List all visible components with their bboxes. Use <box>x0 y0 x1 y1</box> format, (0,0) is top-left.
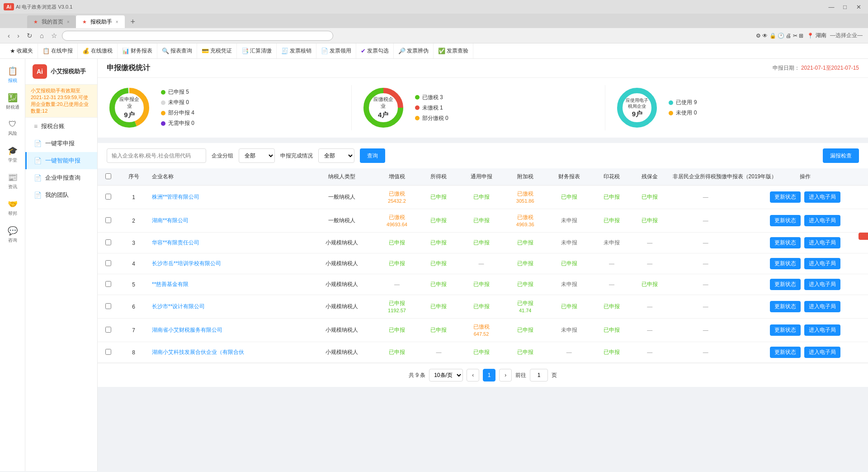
enter-etax-button[interactable]: 进入电子局 <box>804 237 840 248</box>
nav-forward-button[interactable]: › <box>15 31 22 40</box>
nav-invoice-fake[interactable]: 🔎 发票辨伪 <box>394 43 434 59</box>
update-status-button[interactable]: 更新状态 <box>770 347 801 358</box>
tab-add-button[interactable]: + <box>127 15 139 28</box>
row-surcharge: 已申报 <box>505 253 545 274</box>
update-status-button[interactable]: 更新状态 <box>770 215 801 226</box>
chart-should-pay: 应缴税企业 4户 已缴税 3 未缴税 1 部分缴税 0 <box>352 85 606 130</box>
update-status-button[interactable]: 更新状态 <box>770 301 801 312</box>
maximize-button[interactable]: □ <box>839 1 851 13</box>
nav-invoice-claim[interactable]: 📄 发票领用 <box>316 43 356 59</box>
row-check[interactable] <box>98 233 119 253</box>
nav-online-declare[interactable]: 📋 在线申报 <box>38 43 78 59</box>
row-check[interactable] <box>98 319 119 342</box>
one-click-label: 一键零申报 <box>45 139 75 148</box>
company-link[interactable]: **慈善基金有限 <box>152 281 189 287</box>
row-check[interactable] <box>98 342 119 363</box>
row-checkbox-1[interactable] <box>105 217 111 223</box>
row-checkbox-3[interactable] <box>105 260 111 266</box>
row-check[interactable] <box>98 186 119 209</box>
nav-home-button[interactable]: ⌂ <box>38 31 46 40</box>
update-status-button[interactable]: 更新状态 <box>770 191 801 203</box>
enter-etax-button[interactable]: 进入电子局 <box>804 324 840 336</box>
page-size-select[interactable]: 10条/页 <box>429 369 463 381</box>
menu-item-company-query[interactable]: 📄 企业申报查询 <box>25 169 97 186</box>
next-page-button[interactable]: › <box>499 369 512 381</box>
nav-invoice-check[interactable]: ✔ 发票勾选 <box>356 43 394 59</box>
close-button[interactable]: ✕ <box>853 1 864 13</box>
nav-summary[interactable]: 📑 汇算清缴 <box>237 43 277 59</box>
sidebar-item-consult[interactable]: 💬 咨询 <box>0 222 25 247</box>
company-link[interactable]: 湖南省小艾财税服务有限公司 <box>152 327 222 333</box>
sidebar-item-info[interactable]: 📰 资讯 <box>0 169 25 194</box>
page-unit: 页 <box>552 372 557 379</box>
tab-home-close[interactable]: × <box>67 19 70 24</box>
row-check[interactable] <box>98 253 119 274</box>
goto-page-input[interactable] <box>530 369 548 381</box>
row-ops: 更新状态 进入电子局 <box>742 233 868 253</box>
menu-item-tax-account[interactable]: ≡ 报税台账 <box>25 118 97 135</box>
my-team-icon: 📄 <box>34 191 42 199</box>
minimize-button[interactable]: — <box>826 1 837 13</box>
row-checkbox-7[interactable] <box>105 349 111 355</box>
enter-etax-button[interactable]: 进入电子局 <box>804 191 840 203</box>
menu-item-one-click[interactable]: 📄 一键零申报 <box>25 135 97 152</box>
declare-status-select[interactable]: 全部 <box>318 148 354 163</box>
tab-tax-close[interactable]: × <box>116 19 118 24</box>
company-link[interactable]: 华容**有限责任公司 <box>152 239 199 246</box>
menu-item-my-team[interactable]: 📄 我的团队 <box>25 186 97 204</box>
prev-page-button[interactable]: ‹ <box>467 369 479 381</box>
nav-invoice-verify[interactable]: ✅ 发票查验 <box>434 43 473 59</box>
enter-etax-button[interactable]: 进入电子局 <box>804 347 840 358</box>
update-status-button[interactable]: 更新状态 <box>770 258 801 269</box>
sidebar-item-finance[interactable]: 💹 财税通 <box>0 89 25 114</box>
row-check[interactable] <box>98 274 119 295</box>
company-link[interactable]: 长沙市岳**培训学校有限公司 <box>152 260 221 267</box>
row-checkbox-0[interactable] <box>105 194 111 200</box>
row-stamp-tax: — <box>593 253 631 274</box>
enter-etax-button[interactable]: 进入电子局 <box>804 215 840 226</box>
nav-online-tax[interactable]: 💰 在线缴税 <box>78 43 118 59</box>
row-checkbox-4[interactable] <box>105 281 111 287</box>
nav-invoice-void[interactable]: 🧾 发票核销 <box>277 43 316 59</box>
app-logo-small: Ai <box>4 3 14 10</box>
row-checkbox-6[interactable] <box>105 327 111 333</box>
row-checkbox-5[interactable] <box>105 303 111 309</box>
url-bar[interactable] <box>62 31 333 41</box>
update-status-button[interactable]: 更新状态 <box>770 237 801 248</box>
sidebar-item-help[interactable]: 🤝 帮邦 <box>0 195 25 220</box>
company-link[interactable]: 湖南小艾科技发展合伙企业（有限合伙 <box>152 349 244 355</box>
query-button[interactable]: 查询 <box>360 148 385 163</box>
update-status-button[interactable]: 更新状态 <box>770 324 801 336</box>
row-check[interactable] <box>98 295 119 319</box>
row-checkbox-2[interactable] <box>105 239 111 245</box>
enter-etax-button[interactable]: 进入电子局 <box>804 258 840 269</box>
tab-home[interactable]: ★ 我的首页 × <box>27 15 76 28</box>
update-status-button[interactable]: 更新状态 <box>770 279 801 290</box>
check-report-button[interactable]: 漏报检查 <box>823 148 859 163</box>
nav-fav[interactable]: ★ 收藏夹 <box>5 43 38 59</box>
nav-refresh-button[interactable]: ↻ <box>24 31 35 41</box>
nav-region[interactable]: 📍 湖南 <box>807 32 826 39</box>
sidebar-item-tax[interactable]: 📋 报税 <box>0 62 25 87</box>
sidebar-item-learning[interactable]: 🎓 学堂 <box>0 142 25 167</box>
company-select[interactable]: —选择企业— <box>830 32 863 39</box>
company-group-select[interactable]: 全部 <box>239 148 275 163</box>
company-search-input[interactable] <box>107 148 206 163</box>
consult-float-btn[interactable]: 咨询小艾 <box>859 233 868 240</box>
tab-tax[interactable]: ★ 报税助手 × <box>76 15 125 28</box>
page-1-button[interactable]: 1 <box>483 369 495 381</box>
nav-report-query[interactable]: 🔍 报表查询 <box>157 43 197 59</box>
nav-star-button[interactable]: ☆ <box>49 31 59 41</box>
nav-back-button[interactable]: ‹ <box>5 31 12 40</box>
nav-fin-report[interactable]: 📊 财务报表 <box>118 43 157 59</box>
sidebar-item-risk[interactable]: 🛡 风险 <box>0 116 25 140</box>
menu-item-smart-declare[interactable]: 📄 一键智能申报 <box>25 152 97 169</box>
company-link[interactable]: 长沙市**设计有限公司 <box>152 303 205 310</box>
company-link[interactable]: 株洲**管理有限公司 <box>152 194 199 200</box>
select-all-checkbox[interactable] <box>105 173 111 179</box>
nav-recharge[interactable]: 💳 充税凭证 <box>197 43 237 59</box>
row-check[interactable] <box>98 209 119 233</box>
enter-etax-button[interactable]: 进入电子局 <box>804 279 840 290</box>
enter-etax-button[interactable]: 进入电子局 <box>804 301 840 312</box>
company-link[interactable]: 湖南**有限公司 <box>152 217 189 224</box>
